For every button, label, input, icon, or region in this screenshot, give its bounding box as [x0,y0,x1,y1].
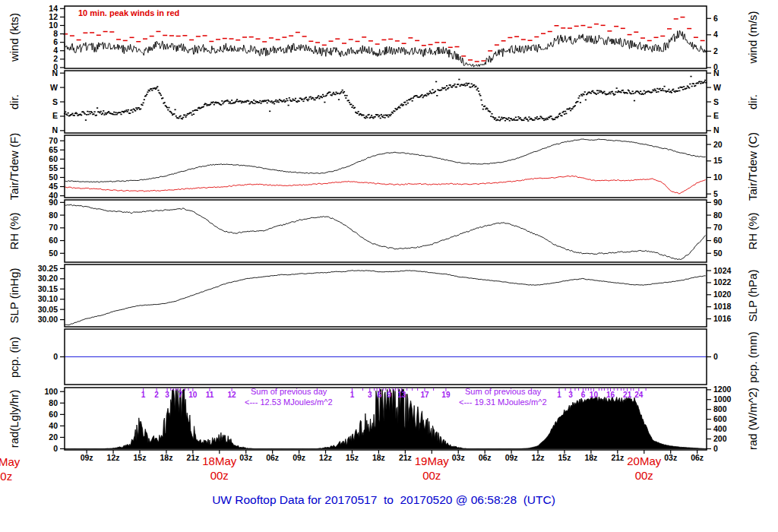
dir-point [150,88,152,90]
dir-point [378,116,379,118]
dir-point [425,95,427,97]
dir-point [454,84,455,85]
dir-point [129,112,131,114]
dir-point [245,101,247,103]
slp-left-axis-label: SLP (inHg) [8,268,21,323]
dir-point [99,112,100,114]
dir-point [311,98,312,100]
dir-point [663,90,664,92]
dir-point [334,94,336,96]
dir-point [259,100,261,102]
dir-point [682,89,684,90]
dir-point [422,97,424,99]
dir-point [475,86,476,87]
y-tick-label-right: 1000 [713,394,732,404]
dir-point [178,118,179,119]
dir-point [143,103,144,104]
wind-right-axis-label: wind (m/s) [746,11,759,64]
dir-point [571,108,573,109]
dir-point [491,113,492,115]
y-tick-label-left: 60 [49,410,58,419]
y-tick-label-right: 1018 [713,302,732,311]
y-tick-label-right: 4 [713,30,718,39]
dir-point [659,88,661,90]
y-tick-label-right: 400 [713,424,727,433]
dir-point [342,90,343,91]
dir-point [305,97,307,98]
dir-point [318,98,320,100]
dir-point [398,106,400,108]
dir-point [410,98,412,100]
dir-point [429,93,430,94]
dir-point [661,90,663,91]
dir-point [340,91,342,93]
y-tick-label-left: 10 [49,21,58,30]
dir-point [71,113,73,115]
dir-point [609,92,610,93]
dir-point [651,91,653,93]
dir-point [464,85,466,87]
dir-point [66,115,68,116]
y-tick-label-left: 45 [49,182,58,191]
dir-point [103,110,104,112]
dir-point [382,117,384,119]
dir-point [205,103,207,105]
dir-point [451,87,453,88]
dir-point [381,114,382,116]
dir-point [515,117,517,119]
dir-point [431,93,432,94]
dir-point [354,107,356,109]
dir-point [634,100,635,102]
rad-sum-label: 6 [581,391,586,399]
dir-point [617,92,618,93]
dir-point [699,81,701,83]
dir-point [331,95,333,97]
dir-point [426,93,428,94]
x-tick-label: 18z [372,453,385,462]
dir-point [329,92,330,93]
dir-point [456,87,457,88]
dir-point [446,85,448,87]
dir-point [525,117,527,119]
y-tick-label-left: 30.20 [38,274,58,283]
dir-point [135,107,137,109]
dir-point [517,119,518,121]
dir-point [286,98,287,100]
dir-point [84,112,85,114]
dir-point [392,112,394,114]
dir-point [82,111,84,112]
y-tick-label-right: 600 [713,414,727,423]
y-tick-label-left: 6 [53,37,58,46]
dir-point [655,90,656,91]
y-tick-label-left: 70 [49,223,58,232]
y-tick-label-left: 30.10 [38,294,58,303]
dir-point [453,85,454,87]
dir-point [495,117,496,119]
y-tick-label-right: E [713,111,719,120]
wind-left-axis-label: wind (kts) [8,13,21,62]
pcp-panel: 00 [53,329,718,385]
dir-point [103,114,105,116]
y-tick-label-right: 200 [713,434,727,443]
dir-point [405,104,406,106]
dir-point [557,117,558,119]
dir-point [295,98,296,100]
dir-point [115,112,116,113]
dir-point [468,83,470,84]
dir-point [166,107,168,109]
y-tick-label-left: N [52,68,58,78]
dir-point [536,118,537,119]
dir-point [365,116,367,117]
dir-point [345,97,346,99]
dir-point [248,100,249,102]
dir-point [323,96,324,97]
tair_tdew-series-line [65,176,706,195]
y-tick-label-left: 30.05 [38,305,58,314]
rad-sum-label: 24 [634,391,644,399]
y-tick-label-left: 2 [53,54,58,63]
dir-point [348,100,349,101]
dir-point [691,86,693,87]
dir-point [511,118,512,119]
y-tick-label-left: 30.15 [38,284,58,293]
y-tick-label-left: 30.00 [38,315,58,324]
